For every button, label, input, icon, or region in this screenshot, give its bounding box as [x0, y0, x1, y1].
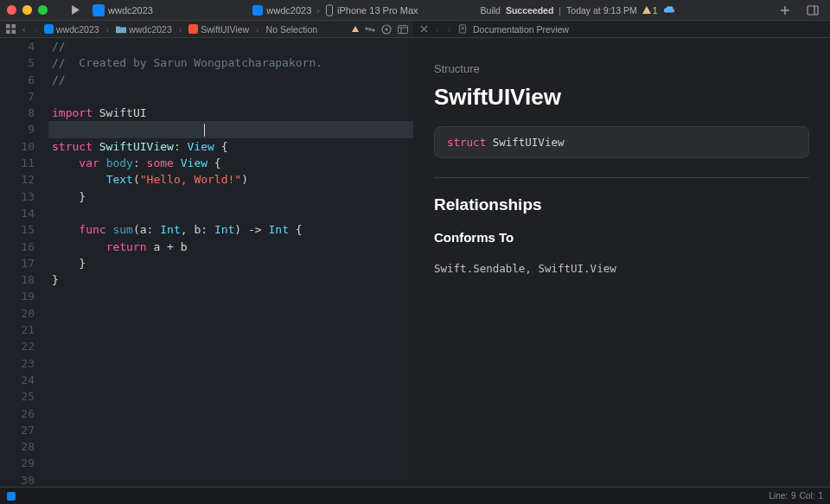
crumb-file[interactable]: SwiftUIView: [188, 24, 249, 35]
svg-rect-10: [399, 25, 408, 33]
chevron-right-icon: ›: [316, 5, 320, 16]
line-number: 28: [0, 438, 35, 455]
doc-decl-name: SwiftUIView: [493, 136, 565, 149]
code-area[interactable]: //// Created by Sarun Wongpatcharapakorn…: [45, 38, 413, 487]
minimize-window-button[interactable]: [22, 5, 32, 15]
code-line[interactable]: [48, 305, 413, 322]
crumb-selection-label[interactable]: No Selection: [266, 24, 318, 35]
code-line[interactable]: [48, 205, 413, 221]
app-icon: [252, 5, 263, 16]
doc-preview-title[interactable]: Documentation Preview: [473, 24, 569, 35]
code-line[interactable]: Text("Hello, World!"): [48, 171, 413, 188]
code-line[interactable]: }: [48, 255, 413, 271]
code-line[interactable]: // Created by Sarun Wongpatcharapakorn.: [48, 54, 413, 71]
cursor-position: Line: 9 Col: 1: [769, 491, 823, 501]
app-icon: [93, 4, 105, 16]
project-name: wwdc2023: [108, 5, 153, 16]
close-window-button[interactable]: [7, 5, 16, 15]
svg-rect-1: [326, 4, 332, 15]
code-line[interactable]: [48, 438, 413, 455]
status-bar: Line: 9 Col: 1: [0, 487, 830, 504]
status-indicator-icon[interactable]: [7, 492, 16, 501]
line-number: 16: [0, 239, 35, 255]
swift-file-icon: [188, 24, 198, 34]
crumb-file-label: SwiftUIView: [201, 24, 249, 35]
doc-decl-keyword: struct: [447, 136, 486, 149]
chevron-left-icon[interactable]: ‹: [22, 24, 26, 35]
adjust-icon[interactable]: [381, 24, 392, 35]
activity-view[interactable]: Build Succeeded | Today at 9:13 PM 1: [481, 5, 675, 16]
line-number: 23: [0, 355, 35, 372]
chevron-right-icon: ›: [106, 24, 110, 35]
doc-title: SwiftUIView: [434, 84, 809, 111]
line-number: 7: [0, 88, 35, 105]
line-number: 22: [0, 338, 35, 354]
library-button[interactable]: [807, 4, 819, 16]
window-controls: [7, 5, 48, 15]
crumb-project-label: wwdc2023: [56, 24, 99, 35]
run-button[interactable]: [69, 4, 81, 16]
code-line[interactable]: struct SwiftUIView: View {: [48, 138, 413, 155]
jump-bar: ‹ › wwdc2023 › wwdc2023 › SwiftUIView › …: [0, 21, 830, 38]
related-items-icon[interactable]: [5, 24, 16, 35]
code-line[interactable]: return a + b: [48, 239, 413, 255]
text-cursor: [204, 124, 205, 137]
crumb-folder-label: wwdc2023: [129, 24, 172, 35]
code-line[interactable]: }: [48, 271, 413, 288]
code-line[interactable]: import SwiftUI: [48, 105, 413, 121]
doc-declaration: struct SwiftUIView: [434, 126, 809, 158]
line-number: 14: [0, 205, 35, 221]
doc-conforms-list: Swift.Sendable, SwiftUI.View: [434, 262, 809, 275]
warning-count: 1: [653, 5, 658, 16]
code-line[interactable]: [48, 355, 413, 372]
editor-jump-bar: ‹ › wwdc2023 › wwdc2023 › SwiftUIView › …: [0, 21, 413, 37]
line-number: 21: [0, 322, 35, 338]
code-line[interactable]: }: [48, 188, 413, 205]
chevron-left-icon: ‹: [436, 24, 439, 35]
code-line[interactable]: [48, 422, 413, 438]
scheme-selector[interactable]: wwdc2023: [93, 4, 153, 16]
code-line[interactable]: [48, 405, 413, 422]
cloud-icon[interactable]: [663, 5, 675, 16]
refresh-icon[interactable]: [365, 24, 375, 35]
add-button[interactable]: [779, 4, 791, 16]
build-result-label: Succeeded: [506, 5, 553, 16]
code-line[interactable]: [48, 288, 413, 304]
code-line[interactable]: var body: some View {: [48, 155, 413, 171]
line-number: 15: [0, 221, 35, 238]
line-number: 6: [0, 72, 35, 88]
warning-icon: [642, 6, 651, 14]
close-tab-icon[interactable]: [418, 24, 429, 35]
code-line[interactable]: [48, 388, 413, 405]
code-line[interactable]: [48, 88, 413, 105]
line-number: 12: [0, 171, 35, 188]
code-line[interactable]: [48, 372, 413, 388]
code-line[interactable]: [48, 322, 413, 338]
crumb-project[interactable]: wwdc2023: [44, 24, 99, 35]
warning-icon[interactable]: [352, 26, 359, 32]
zoom-window-button[interactable]: [38, 5, 48, 15]
line-number: 25: [0, 388, 35, 405]
build-status-label: Build: [481, 5, 501, 16]
line-number: 24: [0, 372, 35, 388]
warning-badge[interactable]: 1: [642, 5, 658, 16]
code-line[interactable]: [48, 455, 413, 471]
line-number: 5: [0, 54, 35, 71]
line-label: Line:: [769, 491, 788, 501]
source-editor[interactable]: 4567891011121314151617181920212223242526…: [0, 38, 413, 487]
code-line[interactable]: func sum(a: Int, b: Int) -> Int {: [48, 221, 413, 238]
code-line[interactable]: //: [48, 72, 413, 88]
editor-options-icon[interactable]: [398, 24, 408, 35]
scheme-target[interactable]: wwdc2023 › iPhone 13 Pro Max: [252, 4, 418, 16]
chevron-right-icon: ›: [256, 24, 259, 35]
code-line[interactable]: [48, 121, 413, 137]
line-number: 19: [0, 288, 35, 304]
code-line[interactable]: [48, 338, 413, 354]
svg-rect-7: [11, 29, 16, 34]
svg-rect-4: [6, 24, 10, 29]
main-split: 4567891011121314151617181920212223242526…: [0, 38, 830, 487]
code-line[interactable]: //: [48, 38, 413, 54]
line-number: 26: [0, 405, 35, 422]
crumb-folder[interactable]: wwdc2023: [116, 24, 172, 35]
chevron-right-icon: ›: [448, 24, 451, 35]
